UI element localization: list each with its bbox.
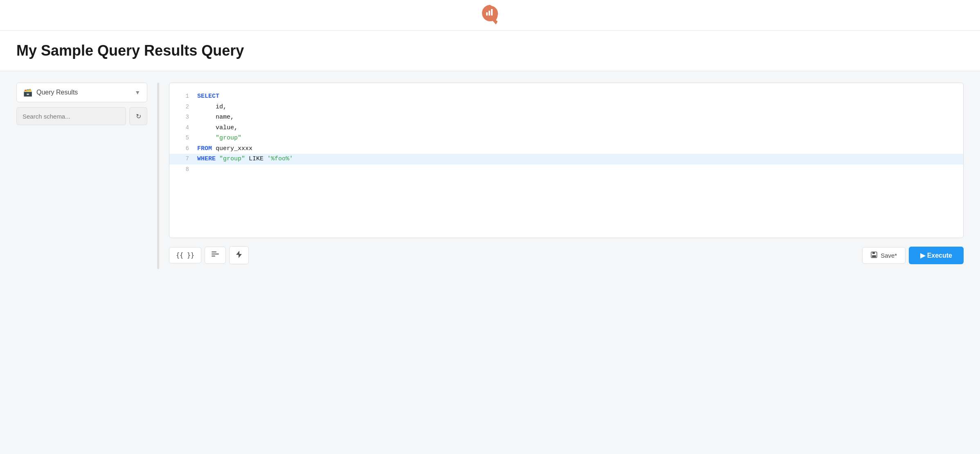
code-token: query_xxxx	[212, 144, 252, 154]
execute-button[interactable]: ▶ Execute	[909, 247, 964, 264]
svg-rect-9	[872, 255, 876, 257]
code-token	[197, 133, 216, 144]
code-line-8: 8	[176, 164, 957, 175]
code-token: LIKE	[245, 154, 267, 164]
svg-rect-3	[212, 252, 216, 252]
refresh-icon: ↻	[136, 112, 141, 120]
line-number: 2	[176, 102, 189, 112]
save-button[interactable]: Save*	[862, 247, 906, 264]
svg-rect-8	[872, 252, 875, 254]
datasource-selector[interactable]: 🗃️ Query Results ▼	[16, 83, 147, 102]
line-number: 3	[176, 112, 189, 122]
panel-divider	[157, 83, 159, 269]
code-token: id,	[197, 102, 227, 112]
svg-marker-6	[236, 251, 242, 258]
code-line-2: 2 id,	[176, 102, 957, 112]
format-sql-button[interactable]	[205, 247, 226, 264]
line-number: 8	[176, 165, 189, 175]
save-icon	[871, 252, 877, 259]
line-number: 7	[176, 154, 189, 164]
code-line-4: 4 value,	[176, 123, 957, 133]
code-line-1: 1 SELECT	[176, 91, 957, 102]
chevron-down-icon: ▼	[135, 89, 140, 96]
code-token: "group"	[219, 154, 245, 164]
search-schema-input[interactable]	[16, 107, 126, 125]
code-token: name,	[197, 112, 234, 123]
line-number: 5	[176, 133, 189, 143]
code-token: FROM	[197, 144, 212, 154]
editor-panel: 1 SELECT 2 id, 3 name, 4 value, 5	[169, 83, 964, 269]
save-label: Save*	[881, 252, 897, 259]
app-logo	[480, 4, 500, 26]
code-token: '%foo%'	[267, 154, 293, 164]
datasource-label: Query Results	[36, 89, 131, 96]
code-token: SELECT	[197, 91, 219, 102]
execute-label: ▶ Execute	[920, 252, 952, 259]
refresh-schema-button[interactable]: ↻	[129, 107, 147, 125]
datasource-icon: 🗃️	[23, 88, 32, 97]
format-icon	[212, 251, 219, 259]
template-icon: {{ }}	[176, 252, 194, 259]
auto-limit-button[interactable]	[229, 246, 249, 264]
code-line-3: 3 name,	[176, 112, 957, 123]
code-line-7: 7 WHERE "group" LIKE '%foo%'	[169, 154, 963, 164]
code-token	[197, 164, 201, 175]
svg-rect-4	[212, 254, 219, 254]
code-token: "group"	[216, 133, 241, 144]
svg-rect-5	[212, 256, 215, 256]
svg-rect-0	[486, 12, 488, 16]
line-number: 6	[176, 144, 189, 154]
code-line-6: 6 FROM query_xxxx	[176, 144, 957, 154]
top-bar	[0, 0, 980, 31]
code-token: value,	[197, 123, 238, 133]
template-variables-button[interactable]: {{ }}	[169, 247, 201, 263]
line-number: 4	[176, 123, 189, 133]
lightning-icon	[236, 251, 242, 260]
page-header: My Sample Query Results Query	[0, 31, 980, 71]
editor-toolbar: {{ }}	[169, 241, 964, 269]
left-panel: 🗃️ Query Results ▼ ↻	[16, 83, 147, 125]
search-schema-row: ↻	[16, 107, 147, 125]
svg-rect-2	[491, 9, 493, 16]
page-title: My Sample Query Results Query	[16, 42, 964, 59]
line-number: 1	[176, 92, 189, 101]
code-token	[216, 154, 219, 164]
svg-rect-1	[489, 11, 490, 16]
code-token: WHERE	[197, 154, 216, 164]
code-line-5: 5 "group"	[176, 133, 957, 144]
main-content: 🗃️ Query Results ▼ ↻ 1 SELECT 2 id,	[0, 71, 980, 281]
sql-editor[interactable]: 1 SELECT 2 id, 3 name, 4 value, 5	[169, 83, 964, 238]
